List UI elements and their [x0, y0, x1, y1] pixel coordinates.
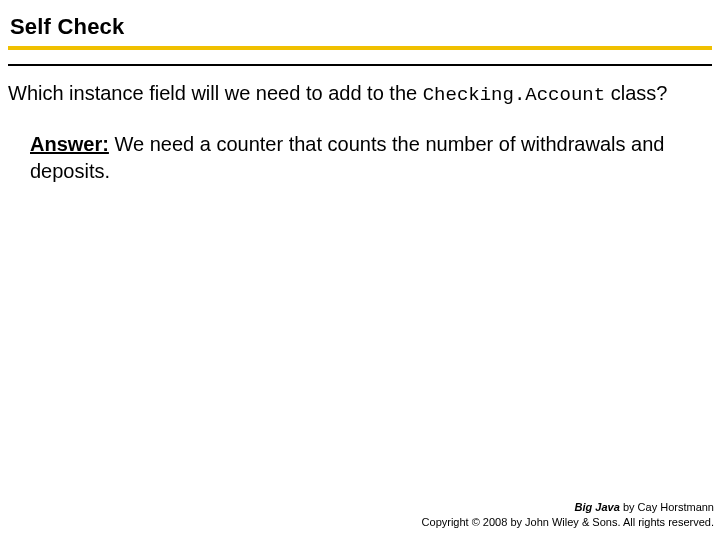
book-title: Big Java	[575, 501, 620, 513]
byline: by Cay Horstmann	[620, 501, 714, 513]
code-literal: Checking.Account	[423, 84, 605, 106]
slide: Self Check Which instance field will we …	[0, 0, 720, 540]
slide-title: Self Check	[8, 14, 712, 46]
question-prefix: Which instance field will we need to add…	[8, 82, 423, 104]
title-block: Self Check	[8, 14, 712, 50]
footer-line1: Big Java by Cay Horstmann	[422, 500, 714, 515]
footer-copyright: Copyright © 2008 by John Wiley & Sons. A…	[422, 515, 714, 530]
answer-block: Answer: We need a counter that counts th…	[8, 109, 712, 185]
question-suffix: class?	[605, 82, 667, 104]
answer-label: Answer:	[30, 133, 109, 155]
accent-bar	[8, 46, 712, 50]
question-text: Which instance field will we need to add…	[8, 66, 712, 109]
answer-text: We need a counter that counts the number…	[30, 133, 664, 182]
footer: Big Java by Cay Horstmann Copyright © 20…	[422, 500, 714, 530]
